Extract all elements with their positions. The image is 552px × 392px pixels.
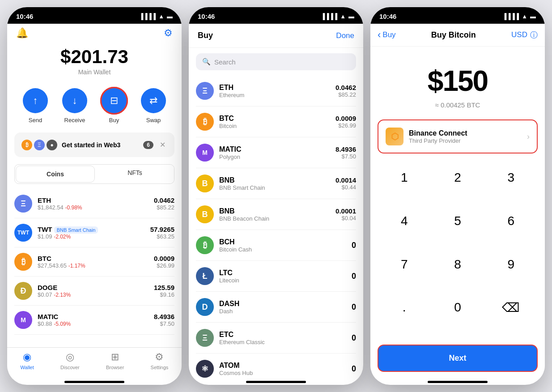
eth-logo: Ξ [14, 195, 32, 213]
numpad: 1 2 3 4 5 6 7 8 9 . 0 ⌫ [370, 161, 545, 341]
send-action[interactable]: ↑ Send [23, 88, 48, 124]
settings-icon[interactable]: ⚙ [164, 27, 173, 39]
buy-matic-values: 8.4936 $7.50 [335, 145, 356, 160]
btc-values: 0.0009 $26.99 [154, 255, 174, 269]
list-item[interactable]: TWT TWT BNB Smart Chain $1.09 -2.02% 57.… [14, 218, 174, 247]
phone-wallet: 10:46 ▐▐▐▐ ▲ ▬ 🔔 ⚙ $201.73 Main Wallet [7, 7, 182, 385]
key-2[interactable]: 2 [431, 164, 484, 191]
coin-nft-tabs: Coins NFTs [14, 164, 174, 184]
search-bar[interactable]: 🔍 Search [196, 53, 356, 70]
btc-mini-icon: ₿ [21, 140, 32, 150]
wifi-icon: ▲ [158, 13, 164, 20]
next-button[interactable]: Next [378, 345, 538, 372]
btc-symbol: BTC [38, 255, 149, 262]
doge-values: 125.59 $9.16 [154, 284, 174, 298]
list-item[interactable]: Ξ ETH Ethereum 0.0462 $85.22 [196, 76, 356, 107]
nav-discover[interactable]: ◎ Discover [60, 351, 80, 370]
list-item[interactable]: ₿ BTC $27,543.65 -1.17% 0.0009 $26.99 [14, 247, 174, 277]
buy-bitcoin-content: ‹ Buy Buy Bitcoin USD ⓘ $150 ≈ 0.00425 B… [370, 24, 545, 379]
key-7[interactable]: 7 [378, 251, 431, 278]
list-item[interactable]: B BNB BNB Smart Chain 0.0014 $0.44 [196, 168, 356, 199]
notification-icon[interactable]: 🔔 [16, 27, 28, 39]
buy-atom-logo: ⚛ [196, 360, 214, 378]
provider-selector[interactable]: ⬡ Binance Connect Third Party Provider › [378, 119, 538, 153]
battery-icon-2: ▬ [348, 13, 354, 20]
buy-eth-logo: Ξ [196, 82, 214, 100]
key-4[interactable]: 4 [378, 208, 431, 234]
twt-logo: TWT [14, 224, 32, 242]
list-item[interactable]: Ξ ETC Ethereum Classic 0 [196, 323, 356, 354]
buy-atom-info: ATOM Cosmos Hub [219, 362, 346, 376]
status-bar-1: 10:46 ▐▐▐▐ ▲ ▬ [7, 7, 182, 24]
amount-btc: ≈ 0.00425 BTC [379, 101, 536, 109]
doge-price: $0.07 -2.13% [38, 291, 149, 298]
buy-action[interactable]: ⊟ Buy [102, 88, 127, 124]
list-item[interactable]: ₿ BTC Bitcoin 0.0009 $26.99 [196, 107, 356, 137]
key-3[interactable]: 3 [484, 164, 538, 191]
receive-action[interactable]: ↓ Receive [62, 88, 87, 124]
settings-nav-icon: ⚙ [155, 351, 164, 363]
tab-coins[interactable]: Coins [16, 166, 95, 183]
matic-symbol: MATIC [38, 313, 149, 320]
nav-wallet[interactable]: ◉ Wallet [21, 351, 34, 370]
signal-icon-2: ▐▐▐▐ [321, 13, 337, 20]
buy-dash-info: DASH Dash [219, 300, 346, 315]
phone-buy-list: 10:46 ▐▐▐▐ ▲ ▬ Buy Done 🔍 Search [189, 7, 363, 385]
browser-nav-icon: ⊞ [111, 351, 119, 363]
wallet-header: 🔔 ⚙ [7, 24, 182, 39]
buy-etc-values: 0 [352, 333, 356, 343]
nav-settings[interactable]: ⚙ Settings [151, 351, 169, 370]
back-button[interactable]: ‹ Buy [378, 29, 396, 41]
extra-mini-icon: ● [47, 140, 57, 150]
key-0[interactable]: 0 [431, 294, 484, 321]
list-item[interactable]: Ð DOGE $0.07 -2.13% 125.59 $9.16 [14, 277, 174, 306]
eth-mini-icon: Ξ [34, 140, 45, 150]
matic-info: MATIC $0.88 -5.09% [38, 313, 149, 327]
discover-nav-icon: ◎ [66, 351, 74, 363]
btc-price: $27,543.65 -1.17% [38, 262, 149, 269]
signal-icon-3: ▐▐▐▐ [502, 13, 519, 20]
buy-btc-values: 0.0009 $26.99 [335, 115, 356, 129]
list-item[interactable]: M MATIC Polygon 8.4936 $7.50 [196, 137, 356, 168]
list-item[interactable]: Ξ ETH $1,842.54 -0.98% 0.0462 $85.22 [14, 189, 174, 218]
buy-bch-logo: ₿ [196, 236, 214, 254]
done-button[interactable]: Done [336, 31, 354, 40]
wifi-icon-3: ▲ [522, 13, 527, 20]
web3-close-icon[interactable]: ✕ [158, 139, 167, 151]
buy-icon: ⊟ [102, 88, 127, 113]
buy-bnb-info: BNB BNB Smart Chain [219, 176, 330, 191]
buy-bnb-values: 0.0014 $0.44 [335, 176, 356, 191]
info-icon: ⓘ [530, 30, 538, 40]
swap-action[interactable]: ⇄ Swap [141, 88, 166, 124]
key-backspace[interactable]: ⌫ [484, 294, 538, 321]
buy-bnb2-logo: B [196, 205, 214, 223]
tab-nfts[interactable]: NFTs [96, 165, 174, 183]
provider-info: Binance Connect Third Party Provider [409, 129, 522, 144]
list-item[interactable]: Ł LTC Litecoin 0 [196, 261, 356, 292]
list-item[interactable]: B BNB BNB Beacon Chain 0.0001 $0.04 [196, 199, 356, 230]
key-5[interactable]: 5 [431, 208, 484, 234]
btc-logo: ₿ [14, 253, 32, 271]
list-item[interactable]: D DASH Dash 0 [196, 292, 356, 323]
key-dot[interactable]: . [378, 294, 431, 321]
currency-selector[interactable]: USD ⓘ [511, 30, 538, 40]
provider-type: Third Party Provider [409, 137, 522, 144]
key-6[interactable]: 6 [484, 208, 538, 234]
eth-price: $1,842.54 -0.98% [38, 204, 149, 211]
list-item[interactable]: ⚛ ATOM Cosmos Hub 0 [196, 354, 356, 379]
eth-info: ETH $1,842.54 -0.98% [38, 196, 149, 211]
buy-bch-values: 0 [352, 241, 356, 250]
list-item[interactable]: ₿ BCH Bitcoin Cash 0 [196, 230, 356, 261]
swap-icon: ⇄ [141, 88, 166, 113]
key-9[interactable]: 9 [484, 251, 538, 278]
provider-arrow-icon: › [527, 132, 530, 141]
key-8[interactable]: 8 [431, 251, 484, 278]
bottom-nav: ◉ Wallet ◎ Discover ⊞ Browser ⚙ Settings [7, 347, 182, 379]
web3-banner[interactable]: ₿ Ξ ● Get started in Web3 6 ✕ [14, 132, 174, 157]
key-1[interactable]: 1 [378, 164, 431, 191]
signal-icon: ▐▐▐▐ [139, 13, 156, 20]
eth-values: 0.0462 $85.22 [154, 196, 174, 211]
list-item[interactable]: M MATIC $0.88 -5.09% 8.4936 $7.50 [14, 306, 174, 335]
nav-browser[interactable]: ⊞ Browser [106, 351, 124, 370]
wallet-actions: ↑ Send ↓ Receive ⊟ Buy ⇄ Swap [7, 85, 182, 132]
